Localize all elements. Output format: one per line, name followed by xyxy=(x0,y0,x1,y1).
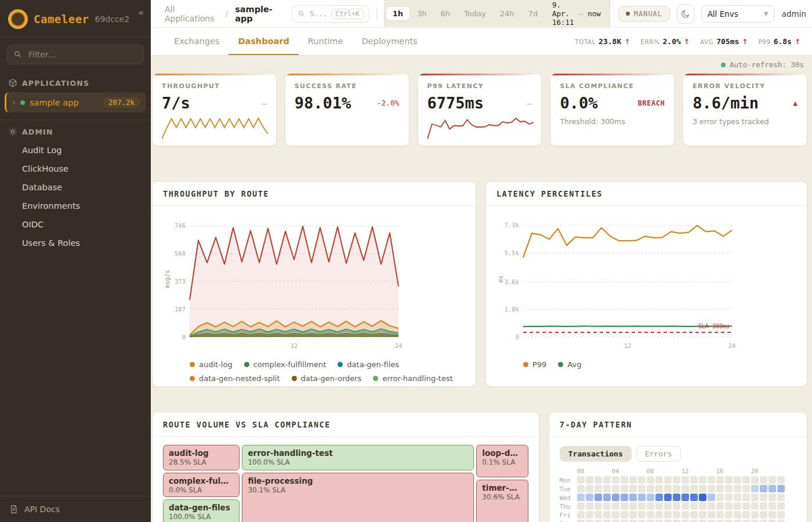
heatmap-cell xyxy=(742,476,750,484)
treemap-cell-audit-log[interactable]: audit-log28.5% SLA xyxy=(163,445,240,470)
heatmap-row-wed: Wed xyxy=(560,494,796,501)
day-label: Mon xyxy=(560,477,576,484)
chevron-right-icon[interactable]: › xyxy=(12,97,16,108)
svg-text:5.5k: 5.5k xyxy=(505,249,520,256)
hour-label: 12 xyxy=(682,467,689,474)
heatmap-cell xyxy=(612,485,619,492)
kpi-aside: ▲ xyxy=(793,99,798,107)
treemap-cell-file-processing[interactable]: file-processing30.1% SLA xyxy=(242,473,474,522)
svg-text:187: 187 xyxy=(175,306,186,313)
search-placeholder: S... xyxy=(310,9,327,18)
svg-text:373: 373 xyxy=(175,278,186,285)
filter-input[interactable] xyxy=(27,49,137,60)
heatmap-cell xyxy=(577,520,585,522)
legend-item-complex-fulfillment[interactable]: complex-fulfillment xyxy=(244,360,327,369)
manual-refresh-button[interactable]: MANUAL xyxy=(618,6,670,22)
heatmap-cell xyxy=(612,511,619,519)
heatmap-cell xyxy=(586,511,593,519)
bottom-row: ROUTE VOLUME VS SLA COMPLIANCE audit-log… xyxy=(152,412,807,522)
kpi-subtext: 3 error types tracked xyxy=(693,117,798,126)
kpi-card-throughput: THROUGHPUT7/s– xyxy=(152,73,277,146)
sidebar-item-oidc[interactable]: OIDC xyxy=(0,215,151,234)
range-24h[interactable]: 24h xyxy=(494,7,521,20)
legend-dot-icon xyxy=(292,376,297,381)
day-label: Fri xyxy=(560,512,576,519)
treemap-cell-data-gen-files[interactable]: data-gen-files100.0% SLA xyxy=(163,499,240,522)
treemap-cell-complex-fulfillment[interactable]: complex-fulfillment0.0% SLA xyxy=(163,473,240,497)
heatmap-cell xyxy=(699,520,706,522)
day-label: Sat xyxy=(560,520,576,522)
latency-chart: 01.8k3.6k5.5k7.3k1224msSLA 300ms xyxy=(496,213,740,352)
global-search[interactable]: S... Ctrl+K xyxy=(292,5,369,23)
heatmap-cell xyxy=(690,520,698,522)
stat-avg: AVG705ms↑ xyxy=(700,37,748,46)
trend-arrow-icon: ↑ xyxy=(684,38,690,46)
legend-dot-icon xyxy=(190,376,195,381)
sidebar-item-sample-app[interactable]: › sample app 207.2k xyxy=(5,92,146,113)
range-custom[interactable]: 9. Apr. 16:11—now xyxy=(545,0,608,29)
heatmap-cell xyxy=(647,520,654,522)
sidebar-item-api-docs[interactable]: API Docs xyxy=(0,496,151,522)
heatmap-row-tue: Tue xyxy=(560,485,796,492)
theme-toggle-button[interactable] xyxy=(677,4,694,24)
tab-exchanges[interactable]: Exchanges xyxy=(165,28,229,55)
tab-runtime[interactable]: Runtime xyxy=(299,28,353,55)
treemap-cell-timer-heartbeat[interactable]: timer-heartbeat30.6% SLA xyxy=(476,480,528,522)
sidebar-filter[interactable] xyxy=(7,45,144,64)
tab-deployments[interactable]: Deployments xyxy=(352,28,426,55)
kpi-main: 6775ms– xyxy=(427,94,532,112)
heatmap-cell xyxy=(742,511,750,519)
tab-dashboard[interactable]: Dashboard xyxy=(229,28,298,55)
legend-item-error-handling-test[interactable]: error-handling-test xyxy=(373,374,452,383)
svg-text:7.3k: 7.3k xyxy=(505,222,520,229)
range-6h[interactable]: 6h xyxy=(434,7,457,20)
kpi-value: 8.6/min xyxy=(693,94,759,112)
sla-treemap: audit-log28.5% SLAcomplex-fulfillment0.0… xyxy=(163,445,528,522)
heatmap-cell xyxy=(594,502,602,510)
range-1h[interactable]: 1h xyxy=(386,7,409,20)
breadcrumb-all-applications[interactable]: All Applications xyxy=(165,5,218,23)
svg-text:0: 0 xyxy=(516,334,519,340)
heatmap-cell xyxy=(638,520,646,522)
sidebar-item-audit-log[interactable]: Audit Log xyxy=(0,141,151,160)
heatmap-cell xyxy=(577,494,585,501)
heatmap-cell xyxy=(603,520,611,522)
sidebar-item-database[interactable]: Database xyxy=(0,178,151,197)
heatmap-cell xyxy=(638,502,646,510)
legend-item-data-gen-nested-split[interactable]: data-gen-nested-split xyxy=(190,374,280,383)
heatmap-cell xyxy=(621,485,628,492)
stat-err: ERR%2.0%↑ xyxy=(640,37,690,46)
legend-item-avg[interactable]: Avg xyxy=(558,360,581,369)
heatmap-cell xyxy=(760,502,767,510)
heatmap-cell xyxy=(699,485,706,492)
range-3h[interactable]: 3h xyxy=(411,7,433,20)
heatmap-cell xyxy=(734,485,741,492)
environment-select[interactable]: All Envs ▼ xyxy=(701,5,775,23)
kpi-sparkline xyxy=(427,117,534,141)
legend-item-data-gen-files[interactable]: data-gen-files xyxy=(338,360,399,369)
treemap-cell-error-handling-test[interactable]: error-handling-test100.0% SLA xyxy=(242,445,474,470)
sidebar-item-clickhouse[interactable]: ClickHouse xyxy=(0,160,151,178)
heatmap-cell xyxy=(629,485,637,492)
stat-p99: P996.8s↑ xyxy=(758,37,800,46)
range-today[interactable]: Today xyxy=(458,7,492,20)
legend-item-audit-log[interactable]: audit-log xyxy=(190,360,233,369)
heatmap-cell xyxy=(655,476,663,484)
heatmap-cell xyxy=(751,511,759,519)
sidebar-item-users-roles[interactable]: Users & Roles xyxy=(0,234,151,252)
heatmap-cell xyxy=(725,511,733,519)
legend-dot-icon xyxy=(338,362,343,367)
api-docs-label: API Docs xyxy=(24,505,60,514)
legend-item-data-gen-orders[interactable]: data-gen-orders xyxy=(292,374,362,383)
heatmap-cell xyxy=(621,520,628,522)
sidebar-item-environments[interactable]: Environments xyxy=(0,197,151,215)
hour-label xyxy=(690,467,698,474)
legend-item-p99[interactable]: P99 xyxy=(523,360,546,369)
heatmap-toggle-errors[interactable]: Errors xyxy=(636,446,681,462)
treemap-cell-loop-demo[interactable]: loop-demo0.1% SLA xyxy=(476,445,528,477)
heatmap-cell xyxy=(690,511,698,519)
heatmap-toggle-transactions[interactable]: Transactions xyxy=(560,446,632,462)
range-7d[interactable]: 7d xyxy=(521,7,544,20)
sidebar-collapse-icon[interactable]: « xyxy=(138,7,144,18)
hour-label: 16 xyxy=(716,467,724,474)
